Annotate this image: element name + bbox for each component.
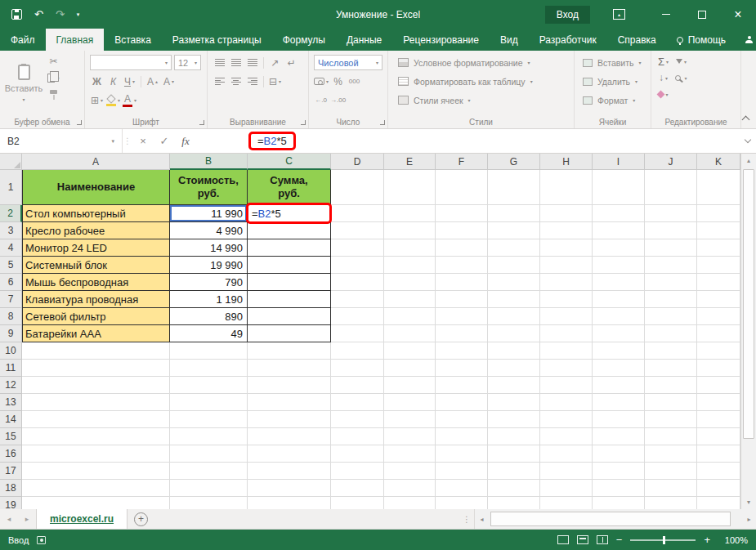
row-header-7[interactable]: 7 — [0, 291, 22, 308]
cell-G9[interactable] — [488, 325, 540, 342]
cell-G16[interactable] — [488, 445, 540, 463]
cell-A6[interactable]: Мышь беспроводная — [22, 274, 170, 291]
ribbon-tab-review[interactable]: Рецензирование — [392, 29, 490, 51]
cell-A11[interactable] — [22, 360, 170, 377]
column-header-B[interactable]: B — [170, 154, 248, 170]
cell-E16[interactable] — [384, 445, 436, 463]
cell-H6[interactable] — [540, 274, 593, 291]
cell-I10[interactable] — [593, 342, 645, 360]
cell-H5[interactable] — [540, 257, 593, 274]
format-cells-button[interactable]: Формат ▾ — [583, 92, 646, 109]
cell-D14[interactable] — [331, 411, 384, 428]
cell-B13[interactable] — [170, 394, 248, 411]
cell-K1[interactable] — [697, 170, 740, 205]
cell-K11[interactable] — [697, 360, 740, 377]
number-dialog-launcher-icon[interactable] — [380, 120, 385, 125]
cell-F14[interactable] — [436, 411, 488, 428]
row-header-11[interactable]: 11 — [0, 360, 22, 377]
ribbon-display-options-icon[interactable]: ▴ — [613, 9, 625, 20]
cell-D3[interactable] — [331, 222, 384, 239]
font-color-button[interactable]: А▾ — [123, 93, 136, 108]
clipboard-dialog-launcher-icon[interactable] — [77, 120, 82, 125]
ribbon-tab-developer[interactable]: Разработчик — [529, 29, 607, 51]
cell-B3[interactable]: 4 990 — [170, 222, 248, 239]
undo-icon[interactable]: ↶ — [34, 9, 43, 20]
autosum-button[interactable]: Σ▾ — [656, 54, 670, 69]
h-scroll-left-icon[interactable]: ◂ — [475, 516, 489, 523]
page-layout-view-icon[interactable] — [577, 535, 588, 544]
sheet-nav-right-icon[interactable]: ▸ — [18, 509, 36, 529]
cell-D16[interactable] — [331, 445, 384, 463]
cell-I12[interactable] — [593, 377, 645, 394]
cell-I9[interactable] — [593, 325, 645, 342]
cell-H9[interactable] — [540, 325, 593, 342]
cell-E6[interactable] — [384, 274, 436, 291]
select-all-corner[interactable] — [0, 154, 22, 170]
cell-D19[interactable] — [331, 497, 384, 509]
vertical-scrollbar[interactable]: ▴ ▾ — [740, 154, 756, 509]
cell-C2[interactable]: =B2*5 — [248, 205, 331, 222]
cell-A3[interactable]: Кресло рабочее — [22, 222, 170, 239]
cell-E15[interactable] — [384, 428, 436, 445]
cell-K12[interactable] — [697, 377, 740, 394]
cell-D2[interactable] — [331, 205, 384, 222]
cell-G3[interactable] — [488, 222, 540, 239]
cell-H10[interactable] — [540, 342, 593, 360]
cell-C11[interactable] — [248, 360, 331, 377]
cell-F15[interactable] — [436, 428, 488, 445]
cell-D17[interactable] — [331, 463, 384, 480]
cell-B19[interactable] — [170, 497, 248, 509]
maximize-button[interactable] — [684, 0, 720, 29]
name-box[interactable]: B2 ▾ — [0, 129, 123, 153]
cell-D18[interactable] — [331, 480, 384, 497]
column-header-K[interactable]: K — [697, 154, 740, 170]
cell-A7[interactable]: Клавиатура проводная — [22, 291, 170, 308]
cell-I16[interactable] — [593, 445, 645, 463]
format-painter-button[interactable] — [47, 87, 60, 101]
orientation-button[interactable]: ↗ — [268, 56, 282, 70]
cell-C5[interactable] — [248, 257, 331, 274]
row-header-19[interactable]: 19 — [0, 497, 22, 509]
cell-E10[interactable] — [384, 342, 436, 360]
cell-H16[interactable] — [540, 445, 593, 463]
zoom-slider-thumb[interactable] — [663, 536, 665, 544]
help-assistant-button[interactable]: Помощь — [667, 29, 736, 51]
cell-F16[interactable] — [436, 445, 488, 463]
merge-center-button[interactable]: ⊟▾ — [268, 74, 282, 89]
column-header-F[interactable]: F — [436, 154, 488, 170]
cell-A10[interactable] — [22, 342, 170, 360]
cell-F17[interactable] — [436, 463, 488, 480]
row-header-14[interactable]: 14 — [0, 411, 22, 428]
zoom-slider[interactable] — [630, 539, 696, 541]
cell-J18[interactable] — [645, 480, 697, 497]
cell-I4[interactable] — [593, 239, 645, 257]
column-header-J[interactable]: J — [645, 154, 697, 170]
scroll-up-icon[interactable]: ▴ — [741, 154, 756, 168]
cell-J17[interactable] — [645, 463, 697, 480]
cell-D9[interactable] — [331, 325, 384, 342]
cell-H1[interactable] — [540, 170, 593, 205]
h-scroll-right-icon[interactable]: ▸ — [742, 516, 756, 523]
cell-J8[interactable] — [645, 308, 697, 325]
cell-B7[interactable]: 1 190 — [170, 291, 248, 308]
row-header-10[interactable]: 10 — [0, 342, 22, 360]
row-header-6[interactable]: 6 — [0, 274, 22, 291]
cell-D12[interactable] — [331, 377, 384, 394]
align-center-button[interactable] — [229, 74, 243, 89]
cell-G17[interactable] — [488, 463, 540, 480]
fill-color-button[interactable]: ▾ — [106, 93, 120, 108]
cell-E7[interactable] — [384, 291, 436, 308]
sheet-tab-microexcel[interactable]: microexcel.ru — [36, 509, 127, 529]
cell-I19[interactable] — [593, 497, 645, 509]
cell-C9[interactable] — [248, 325, 331, 342]
cell-K6[interactable] — [697, 274, 740, 291]
row-header-18[interactable]: 18 — [0, 480, 22, 497]
paste-button[interactable]: Вставить ▾ — [5, 54, 42, 113]
increase-decimal-button[interactable]: ←.0 — [314, 93, 328, 108]
cell-C7[interactable] — [248, 291, 331, 308]
cell-D10[interactable] — [331, 342, 384, 360]
cell-B10[interactable] — [170, 342, 248, 360]
cell-J6[interactable] — [645, 274, 697, 291]
cell-K10[interactable] — [697, 342, 740, 360]
cell-C1[interactable]: Сумма, руб. — [248, 170, 331, 205]
